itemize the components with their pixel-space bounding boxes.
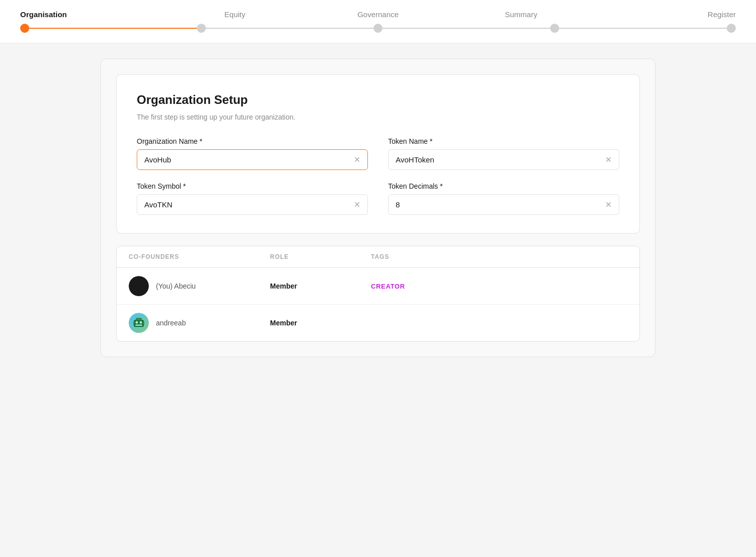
svg-rect-5 xyxy=(133,322,135,324)
token-decimals-input[interactable] xyxy=(396,200,605,209)
cofounder-info-andreeab: andreeab xyxy=(129,313,270,333)
token-symbol-field: Token Symbol * ✕ xyxy=(137,182,368,215)
step-line-3 xyxy=(383,28,550,29)
cofounder-name-abeciu: (You) Abeciu xyxy=(156,282,196,290)
setup-card-title: Organization Setup xyxy=(137,93,619,107)
cofounder-name-andreeab: andreeab xyxy=(156,319,186,327)
step-line-4 xyxy=(559,28,727,29)
cofounder-role-abeciu: Member xyxy=(270,282,371,290)
token-symbol-clear-icon[interactable]: ✕ xyxy=(354,200,360,209)
token-symbol-label: Token Symbol * xyxy=(137,182,368,190)
creator-tag-abeciu: CREATOR xyxy=(371,283,627,290)
token-name-input[interactable] xyxy=(396,155,605,164)
stepper: Organisation Equity Governance Summary R… xyxy=(0,0,756,43)
svg-rect-6 xyxy=(143,322,144,324)
cofounder-role-andreeab: Member xyxy=(270,319,371,327)
col-header-tags: TAGS xyxy=(371,253,627,260)
step-dot-3[interactable] xyxy=(373,24,383,33)
token-symbol-input-wrapper[interactable]: ✕ xyxy=(137,194,368,215)
step-line-1 xyxy=(29,28,197,29)
avatar-abeciu xyxy=(129,276,149,296)
step-dot-4[interactable] xyxy=(550,24,559,33)
token-name-clear-icon[interactable]: ✕ xyxy=(605,155,612,164)
step-line-2 xyxy=(206,28,373,29)
avatar-andreeab xyxy=(129,313,149,333)
cofounder-info-abeciu: (You) Abeciu xyxy=(129,276,270,296)
token-decimals-clear-icon[interactable]: ✕ xyxy=(605,200,612,209)
svg-point-2 xyxy=(136,321,138,324)
org-name-clear-icon[interactable]: ✕ xyxy=(354,155,360,164)
cofounders-header: CO-FOUNDERS ROLE TAGS xyxy=(117,246,639,268)
step-label-register[interactable]: Register xyxy=(592,10,736,19)
cofounder-row-abeciu: (You) Abeciu Member CREATOR xyxy=(117,268,639,305)
step-label-organisation[interactable]: Organisation xyxy=(20,10,164,19)
org-name-input[interactable] xyxy=(144,155,354,164)
avatar-icon-andreeab xyxy=(132,316,146,330)
org-name-label: Organization Name * xyxy=(137,137,368,145)
org-name-field: Organization Name * ✕ xyxy=(137,137,368,170)
token-symbol-input[interactable] xyxy=(144,200,354,209)
step-label-governance[interactable]: Governance xyxy=(306,10,450,19)
step-dot-5[interactable] xyxy=(727,24,736,33)
token-name-input-wrapper[interactable]: ✕ xyxy=(388,149,619,170)
stepper-labels: Organisation Equity Governance Summary R… xyxy=(20,10,736,24)
token-decimals-field: Token Decimals * ✕ xyxy=(388,182,619,215)
step-dot-2[interactable] xyxy=(197,24,206,33)
setup-card: Organization Setup The first step is set… xyxy=(116,74,640,234)
token-decimals-label: Token Decimals * xyxy=(388,182,619,190)
setup-card-subtitle: The first step is setting up your future… xyxy=(137,113,619,121)
stepper-track xyxy=(20,24,736,43)
form-grid: Organization Name * ✕ Token Name * ✕ Tok… xyxy=(137,137,619,215)
col-header-role: ROLE xyxy=(270,253,371,260)
step-label-equity[interactable]: Equity xyxy=(164,10,307,19)
main-wrapper: Organization Setup The first step is set… xyxy=(100,59,656,357)
svg-rect-1 xyxy=(136,318,142,320)
col-header-cofounders: CO-FOUNDERS xyxy=(129,253,270,260)
org-name-input-wrapper[interactable]: ✕ xyxy=(137,149,368,170)
svg-rect-4 xyxy=(135,324,142,326)
token-name-label: Token Name * xyxy=(388,137,619,145)
cofounder-row-andreeab: andreeab Member xyxy=(117,305,639,341)
step-dot-1[interactable] xyxy=(20,24,29,33)
token-decimals-input-wrapper[interactable]: ✕ xyxy=(388,194,619,215)
token-name-field: Token Name * ✕ xyxy=(388,137,619,170)
step-label-summary[interactable]: Summary xyxy=(450,10,593,19)
svg-point-3 xyxy=(140,321,142,324)
cofounders-section: CO-FOUNDERS ROLE TAGS (You) Abeciu Membe… xyxy=(116,246,640,342)
